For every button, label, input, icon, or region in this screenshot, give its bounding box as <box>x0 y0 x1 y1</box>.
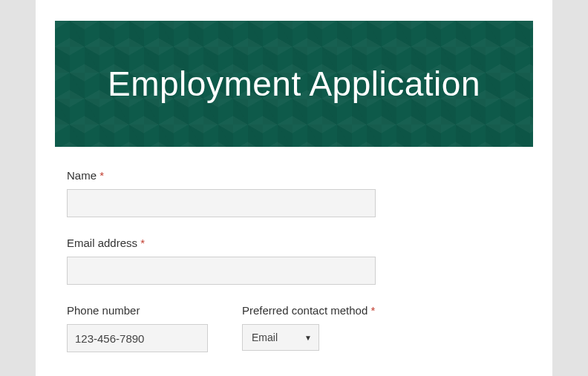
banner: Employment Application <box>55 21 533 147</box>
label-contact-method-text: Preferred contact method <box>242 304 368 317</box>
label-email-text: Email address <box>67 237 137 249</box>
email-input[interactable] <box>67 257 376 285</box>
label-phone: Phone number <box>67 304 208 317</box>
required-marker: * <box>370 304 375 317</box>
field-name: Name * <box>67 169 376 217</box>
label-name-text: Name <box>67 169 97 182</box>
name-input[interactable] <box>67 189 376 217</box>
contact-method-select-wrap: Email ▼ <box>242 324 319 351</box>
required-marker: * <box>99 169 104 182</box>
phone-input[interactable] <box>67 324 208 352</box>
form-card: Employment Application Name * Email addr… <box>36 0 552 376</box>
field-contact-method: Preferred contact method * Email ▼ <box>242 304 405 352</box>
page-title: Employment Application <box>108 64 480 104</box>
required-marker: * <box>140 237 145 249</box>
label-email: Email address * <box>67 237 376 249</box>
label-name: Name * <box>67 169 376 182</box>
field-phone: Phone number <box>67 304 208 352</box>
form-area: Name * Email address * Phone number <box>36 126 552 352</box>
field-email: Email address * <box>67 237 376 285</box>
label-phone-text: Phone number <box>67 304 140 317</box>
label-contact-method: Preferred contact method * <box>242 304 405 317</box>
contact-method-select[interactable]: Email <box>242 324 319 351</box>
